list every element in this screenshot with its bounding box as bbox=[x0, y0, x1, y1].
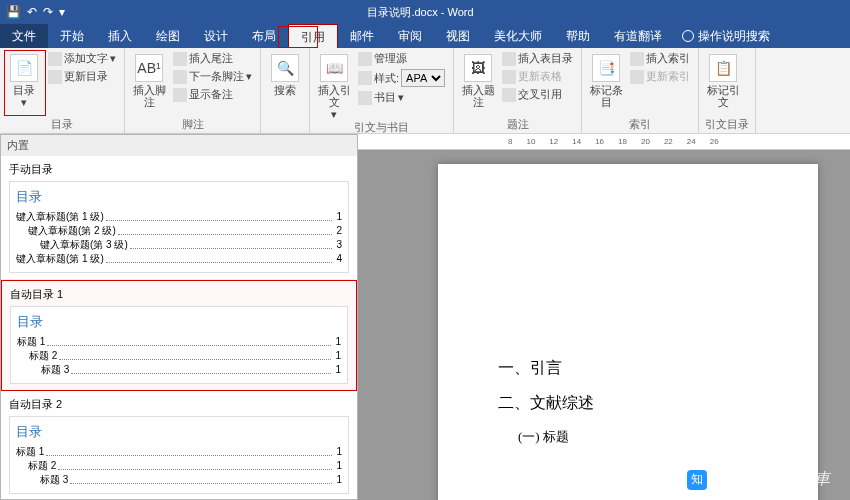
tab-draw[interactable]: 绘图 bbox=[144, 24, 192, 48]
zhihu-icon: 知 bbox=[687, 470, 707, 490]
insert-endnote-button[interactable]: 插入尾注 bbox=[171, 50, 254, 67]
xref-icon bbox=[502, 88, 516, 102]
tell-me[interactable]: 操作说明搜索 bbox=[682, 28, 770, 45]
highlight-tab bbox=[278, 26, 318, 48]
mgr-icon bbox=[358, 52, 372, 66]
window-title: 目录说明.docx - Word bbox=[71, 5, 770, 20]
tab-file[interactable]: 文件 bbox=[0, 24, 48, 48]
citation-icon: 📖 bbox=[320, 54, 348, 82]
toc-preview: 目录 标题 11标题 21标题 31 bbox=[10, 306, 348, 384]
add-text-button[interactable]: 添加文字 ▾ bbox=[46, 50, 118, 67]
qat-more-icon[interactable]: ▾ bbox=[59, 5, 65, 19]
caption-icon: 🖼 bbox=[464, 54, 492, 82]
style-dropdown[interactable]: APA bbox=[401, 69, 445, 87]
toc-preview: 目录 标题 11标题 21标题 31 bbox=[9, 416, 349, 494]
search-icon: 🔍 bbox=[271, 54, 299, 82]
bibliography-button[interactable]: 书目 ▾ bbox=[356, 89, 447, 106]
group-label: 索引 bbox=[588, 117, 692, 131]
cross-reference-button[interactable]: 交叉引用 bbox=[500, 86, 575, 103]
style-selector[interactable]: 样式: APA bbox=[356, 68, 447, 88]
group-research: 🔍 搜索 bbox=[261, 48, 310, 133]
gallery-item-title: 自动目录 1 bbox=[10, 287, 348, 302]
gallery-item-title: 手动目录 bbox=[9, 162, 349, 177]
group-label: 题注 bbox=[460, 117, 575, 131]
bib-icon bbox=[358, 91, 372, 105]
ribbon: 📄 目录▾ 添加文字 ▾ 更新目录 目录 AB¹ 插入脚注 插入尾注 下一条脚注… bbox=[0, 48, 850, 134]
manage-sources-button[interactable]: 管理源 bbox=[356, 50, 447, 67]
group-label: 引文与书目 bbox=[316, 120, 447, 134]
ins-idx-icon bbox=[630, 52, 644, 66]
endnote-icon bbox=[173, 52, 187, 66]
document-area: 8101214161820222426 一、引言 二、文献综述 (一) 标题 bbox=[358, 134, 850, 500]
subheading: (一) 标题 bbox=[518, 428, 768, 446]
insert-caption-button[interactable]: 🖼 插入题注 bbox=[460, 50, 496, 108]
insert-tof-button[interactable]: 插入表目录 bbox=[500, 50, 575, 67]
insert-citation-button[interactable]: 📖 插入引文▾ bbox=[316, 50, 352, 120]
toc-gallery: 内置 手动目录 目录 键入章标题(第 1 级)1键入章标题(第 2 级)2键入章… bbox=[0, 134, 358, 500]
group-label: 目录 bbox=[6, 117, 118, 131]
group-footnotes: AB¹ 插入脚注 插入尾注 下一条脚注 ▾ 显示备注 脚注 bbox=[125, 48, 261, 133]
tab-review[interactable]: 审阅 bbox=[386, 24, 434, 48]
tab-home[interactable]: 开始 bbox=[48, 24, 96, 48]
watermark: 知 知乎 @无名小車 bbox=[687, 469, 830, 490]
bulb-icon bbox=[682, 30, 694, 42]
style-icon bbox=[358, 71, 372, 85]
ruler[interactable]: 8101214161820222426 bbox=[358, 134, 850, 150]
group-label: 脚注 bbox=[131, 117, 254, 131]
redo-icon[interactable]: ↷ bbox=[43, 5, 53, 19]
search-button[interactable]: 🔍 搜索 bbox=[267, 50, 303, 96]
upd-tbl-icon bbox=[502, 70, 516, 84]
show-notes-icon bbox=[173, 88, 187, 102]
gallery-header: 内置 bbox=[1, 135, 357, 156]
group-authorities: 📋 标记引文 引文目录 bbox=[699, 48, 756, 133]
update-icon bbox=[48, 70, 62, 84]
next-fn-icon bbox=[173, 70, 187, 84]
next-footnote-button[interactable]: 下一条脚注 ▾ bbox=[171, 68, 254, 85]
footnote-icon: AB¹ bbox=[135, 54, 163, 82]
document-page[interactable]: 一、引言 二、文献综述 (一) 标题 bbox=[438, 164, 818, 500]
tab-help[interactable]: 帮助 bbox=[554, 24, 602, 48]
group-label bbox=[267, 117, 303, 131]
group-index: 📑 标记条目 插入索引 更新索引 索引 bbox=[582, 48, 699, 133]
tof-icon bbox=[502, 52, 516, 66]
group-captions: 🖼 插入题注 插入表目录 更新表格 交叉引用 题注 bbox=[454, 48, 582, 133]
mark-cite-icon: 📋 bbox=[709, 54, 737, 82]
highlight-toc bbox=[4, 50, 46, 116]
insert-footnote-button[interactable]: AB¹ 插入脚注 bbox=[131, 50, 167, 108]
toc-preview: 目录 键入章标题(第 1 级)1键入章标题(第 2 级)2键入章标题(第 3 级… bbox=[9, 181, 349, 273]
tab-view[interactable]: 视图 bbox=[434, 24, 482, 48]
gallery-item-title: 自动目录 2 bbox=[9, 397, 349, 412]
mark-entry-icon: 📑 bbox=[592, 54, 620, 82]
group-label: 引文目录 bbox=[705, 117, 749, 131]
tab-youdao[interactable]: 有道翻译 bbox=[602, 24, 674, 48]
update-toc-button[interactable]: 更新目录 bbox=[46, 68, 118, 85]
gallery-auto1[interactable]: 自动目录 1 目录 标题 11标题 21标题 31 bbox=[1, 280, 357, 391]
tab-mailings[interactable]: 邮件 bbox=[338, 24, 386, 48]
undo-icon[interactable]: ↶ bbox=[27, 5, 37, 19]
ribbon-tabs: 文件 开始 插入 绘图 设计 布局 引用 邮件 审阅 视图 美化大师 帮助 有道… bbox=[0, 24, 850, 48]
insert-index-button[interactable]: 插入索引 bbox=[628, 50, 692, 67]
tab-design[interactable]: 设计 bbox=[192, 24, 240, 48]
mark-citation-button[interactable]: 📋 标记引文 bbox=[705, 50, 741, 108]
heading-2: 二、文献综述 bbox=[498, 393, 768, 414]
upd-idx-icon bbox=[630, 70, 644, 84]
show-notes-button[interactable]: 显示备注 bbox=[171, 86, 254, 103]
tab-beautify[interactable]: 美化大师 bbox=[482, 24, 554, 48]
mark-entry-button[interactable]: 📑 标记条目 bbox=[588, 50, 624, 108]
heading-1: 一、引言 bbox=[498, 358, 768, 379]
update-index-button[interactable]: 更新索引 bbox=[628, 68, 692, 85]
gallery-manual[interactable]: 手动目录 目录 键入章标题(第 1 级)1键入章标题(第 2 级)2键入章标题(… bbox=[1, 156, 357, 280]
save-icon[interactable]: 💾 bbox=[6, 5, 21, 19]
gallery-auto2[interactable]: 自动目录 2 目录 标题 11标题 21标题 31 bbox=[1, 391, 357, 500]
quick-access-toolbar: 💾 ↶ ↷ ▾ bbox=[0, 5, 71, 19]
title-bar: 💾 ↶ ↷ ▾ 目录说明.docx - Word bbox=[0, 0, 850, 24]
group-citations: 📖 插入引文▾ 管理源 样式: APA 书目 ▾ 引文与书目 bbox=[310, 48, 454, 133]
add-text-icon bbox=[48, 52, 62, 66]
tab-insert[interactable]: 插入 bbox=[96, 24, 144, 48]
update-table-button[interactable]: 更新表格 bbox=[500, 68, 575, 85]
